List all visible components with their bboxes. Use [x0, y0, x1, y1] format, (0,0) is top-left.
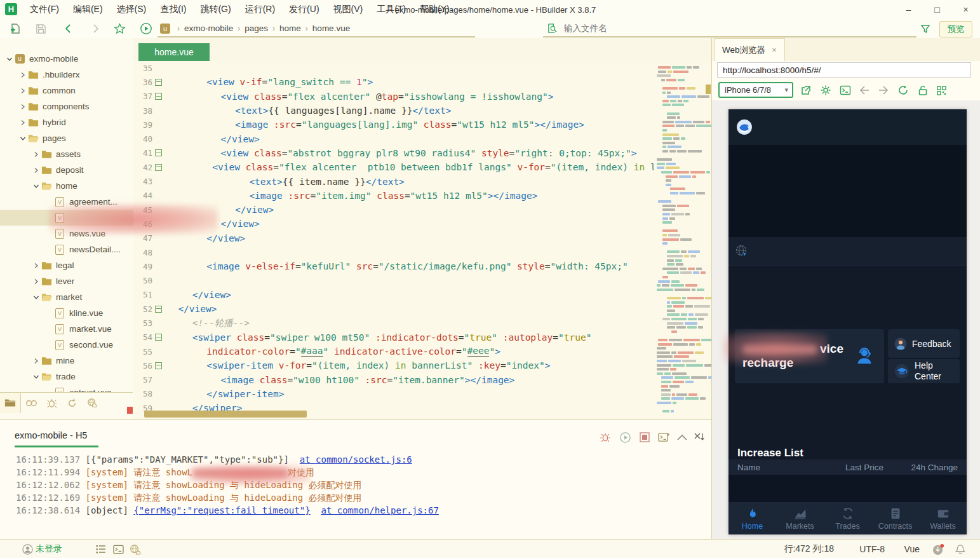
app-avatar-icon[interactable] — [736, 119, 753, 135]
tree-item-agreement...[interactable]: Vagreement... — [0, 194, 133, 210]
file-search-input[interactable] — [563, 23, 870, 34]
restart-icon[interactable] — [618, 430, 632, 444]
nav-back-icon[interactable] — [857, 83, 871, 97]
chevron-down-icon[interactable] — [18, 134, 27, 143]
close-button[interactable]: × — [951, 0, 980, 19]
banner-carousel[interactable] — [728, 145, 967, 237]
breadcrumb-item-1[interactable]: pages — [245, 24, 268, 33]
menu-item-4[interactable]: 跳转(G) — [193, 0, 238, 19]
collapse-panel-icon[interactable] — [675, 430, 689, 444]
editor-tab-home-vue[interactable]: home.vue — [138, 43, 210, 61]
console-tab-label[interactable]: exmo-mobile - H5 — [15, 430, 87, 440]
tree-item-second.vue[interactable]: Vsecond.vue — [0, 337, 133, 353]
menu-item-5[interactable]: 运行(R) — [238, 0, 282, 19]
menu-item-0[interactable]: 文件(F) — [23, 0, 66, 19]
refresh-icon[interactable] — [896, 83, 910, 97]
fold-marker-icon[interactable] — [152, 79, 164, 86]
log-link[interactable]: {"errMsg":"request:fail timeout"} — [133, 505, 310, 515]
chevron-right-icon[interactable] — [32, 261, 41, 270]
tree-item-market[interactable]: market — [0, 289, 133, 305]
debug-bug-icon[interactable] — [598, 430, 612, 444]
lock-icon[interactable] — [916, 83, 930, 97]
tree-item-exmo-mobile[interactable]: uexmo-mobile — [0, 51, 133, 67]
login-status[interactable]: 未登录 — [36, 540, 62, 558]
tree-item-redacted[interactable]: V — [0, 210, 133, 226]
preview-button[interactable]: 预览 — [939, 21, 972, 37]
tree-item-mine[interactable]: mine — [0, 353, 133, 369]
file-search-box[interactable] — [543, 20, 916, 37]
new-terminal-icon[interactable] — [657, 430, 671, 444]
help-center-card[interactable]: Help Center — [888, 359, 960, 383]
nav-forward-icon[interactable] — [876, 83, 890, 97]
tree-item-legal[interactable]: legal — [0, 257, 133, 273]
settings-gear-icon[interactable] — [819, 83, 833, 97]
back-icon[interactable] — [61, 21, 76, 36]
tree-item-entrust.vue[interactable]: Ventrust.vue — [0, 384, 133, 392]
menu-item-6[interactable]: 发行(U) — [282, 0, 326, 19]
fold-marker-icon[interactable] — [152, 93, 164, 100]
tree-item-assets[interactable]: assets — [0, 146, 133, 162]
tree-item-common[interactable]: common — [0, 83, 133, 99]
fold-marker-icon[interactable] — [152, 306, 164, 313]
cloud-sync-icon[interactable] — [128, 542, 142, 556]
maximize-button[interactable]: □ — [923, 0, 951, 19]
notice-bar[interactable] — [728, 237, 967, 266]
tree-item-home[interactable]: home — [0, 178, 133, 194]
chevron-down-icon[interactable] — [32, 293, 41, 302]
breadcrumb-item-2[interactable]: home — [279, 24, 301, 33]
log-link[interactable]: at common/helper.js:67 — [321, 505, 438, 515]
code-area[interactable]: 3536<view v-if="lang_switch == 1">37<vie… — [133, 61, 711, 419]
device-selector[interactable]: iPhone 6/7/8 ▾ — [718, 82, 793, 98]
chevron-right-icon[interactable] — [32, 166, 41, 175]
filter-icon[interactable] — [918, 21, 933, 36]
chevron-right-icon[interactable] — [18, 86, 27, 95]
new-file-icon[interactable] — [8, 21, 23, 36]
save-icon[interactable] — [33, 21, 48, 36]
search-tab-icon[interactable] — [21, 393, 41, 413]
tree-item-news.vue[interactable]: Vnews.vue — [0, 226, 133, 242]
forward-icon[interactable] — [88, 21, 103, 36]
browser-tab-close-icon[interactable]: × — [772, 45, 777, 55]
chevron-right-icon[interactable] — [18, 71, 27, 79]
explorer-tab-icon[interactable] — [0, 393, 21, 413]
terminal-status-icon[interactable] — [111, 542, 125, 556]
refresh-tab-icon[interactable] — [62, 393, 82, 413]
update-download-icon[interactable] — [931, 542, 945, 556]
minimap[interactable] — [654, 61, 711, 419]
feedback-card[interactable]: Feedback — [888, 329, 960, 358]
minimap-indicator[interactable] — [706, 85, 711, 94]
nav-item-trades[interactable]: Trades — [824, 502, 871, 534]
tree-item-.hbuilderx[interactable]: .hbuilderx — [0, 67, 133, 83]
nav-item-home[interactable]: Home — [728, 502, 776, 534]
tree-item-lever[interactable]: lever — [0, 273, 133, 289]
fold-marker-icon[interactable] — [152, 362, 164, 369]
chevron-right-icon[interactable] — [32, 150, 41, 159]
run-icon[interactable] — [138, 21, 154, 36]
chevron-right-icon[interactable] — [18, 118, 27, 127]
browser-tab[interactable]: Web浏览器 × — [714, 38, 785, 61]
chevron-down-icon[interactable] — [32, 372, 41, 381]
console-terminal-icon[interactable] — [838, 83, 852, 97]
tree-item-hybrid[interactable]: hybrid — [0, 114, 133, 130]
outline-list-icon[interactable] — [94, 542, 108, 556]
breadcrumb-item-0[interactable]: exmo-mobile — [184, 24, 233, 33]
cloud-globe-tab-icon[interactable] — [82, 393, 102, 413]
nav-item-markets[interactable]: Markets — [776, 502, 824, 534]
notification-bell-icon[interactable] — [953, 542, 967, 556]
fold-marker-icon[interactable] — [152, 334, 164, 341]
chevron-right-icon[interactable] — [18, 102, 27, 111]
tree-item-components[interactable]: components — [0, 99, 133, 114]
minimize-button[interactable]: – — [894, 0, 923, 19]
encoding-indicator[interactable]: UTF-8 — [859, 540, 885, 558]
menu-item-3[interactable]: 查找(I) — [153, 0, 193, 19]
nav-item-contracts[interactable]: Contracts — [871, 502, 919, 534]
nav-item-wallets[interactable]: Wallets — [919, 502, 967, 534]
url-input[interactable]: http://localhost:8000/h5/#/ — [717, 62, 971, 78]
bookmark-star-icon[interactable] — [112, 21, 127, 36]
chevron-down-icon[interactable] — [5, 55, 14, 64]
breadcrumb-item-3[interactable]: home.vue — [312, 24, 350, 33]
user-account-icon[interactable] — [20, 542, 34, 556]
tree-item-trade[interactable]: trade — [0, 369, 133, 384]
menu-item-1[interactable]: 编辑(E) — [66, 0, 110, 19]
chevron-right-icon[interactable] — [32, 277, 41, 286]
